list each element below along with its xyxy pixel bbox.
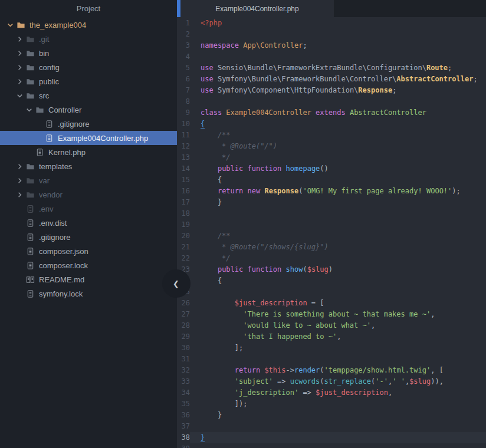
line-number[interactable]: 10 bbox=[177, 118, 190, 130]
tree-item[interactable]: the_example004 bbox=[0, 18, 177, 32]
line-number[interactable]: 9 bbox=[177, 107, 190, 118]
line-number[interactable]: 36 bbox=[177, 410, 190, 421]
tree-item[interactable]: .gitignore bbox=[0, 230, 177, 244]
line-number[interactable]: 12 bbox=[177, 141, 190, 152]
chevron-down-icon[interactable] bbox=[15, 91, 26, 100]
line-number[interactable]: 35 bbox=[177, 398, 190, 410]
code-line[interactable]: 27 'There is something about ~ that make… bbox=[177, 309, 486, 320]
code-line[interactable]: 13 */ bbox=[177, 152, 486, 163]
code-line[interactable]: 21 * @Route("/shows/{slug}") bbox=[177, 242, 486, 253]
code-line[interactable]: 18 bbox=[177, 208, 486, 219]
tree-item[interactable]: .env bbox=[0, 202, 177, 216]
tree-item[interactable]: src bbox=[0, 88, 177, 103]
line-number[interactable]: 27 bbox=[177, 309, 190, 320]
code-line[interactable]: 9class Example004Controller extends Abst… bbox=[177, 107, 486, 118]
line-number[interactable]: 3 bbox=[177, 40, 190, 51]
line-number[interactable]: 28 bbox=[177, 320, 190, 331]
tree-item[interactable]: Kernel.php bbox=[0, 145, 177, 159]
line-number[interactable]: 5 bbox=[177, 62, 190, 74]
code-line[interactable]: 1<?php bbox=[177, 18, 486, 29]
code-line[interactable]: 11 /** bbox=[177, 130, 486, 141]
code-line[interactable]: 35 ]); bbox=[177, 398, 486, 410]
line-number[interactable]: 1 bbox=[177, 18, 190, 29]
line-number[interactable]: 22 bbox=[177, 253, 190, 264]
chevron-right-icon[interactable] bbox=[15, 63, 26, 72]
code-line[interactable]: 28 'would like to ~ about what ~', bbox=[177, 320, 486, 331]
tree-item[interactable]: config bbox=[0, 60, 177, 74]
code-line[interactable]: 7use Symfony\Component\HttpFoundation\Re… bbox=[177, 85, 486, 96]
chevron-right-icon[interactable] bbox=[15, 77, 26, 86]
line-number[interactable]: 26 bbox=[177, 298, 190, 309]
code-line[interactable]: 19 bbox=[177, 219, 486, 230]
code-line[interactable]: 14 public function homepage() bbox=[177, 163, 486, 174]
line-number[interactable]: 29 bbox=[177, 331, 190, 342]
line-number[interactable]: 6 bbox=[177, 74, 190, 85]
code-line[interactable]: 31 bbox=[177, 354, 486, 365]
code-area[interactable]: 1<?php23namespace App\Controller;45use S… bbox=[177, 17, 486, 448]
code-line[interactable]: 38} bbox=[177, 432, 486, 443]
chevron-down-icon[interactable] bbox=[6, 21, 17, 29]
panel-title[interactable]: Project bbox=[0, 0, 177, 17]
code-line[interactable]: 16 return new Response('OMG! My first pa… bbox=[177, 186, 486, 197]
code-line[interactable]: 4 bbox=[177, 51, 486, 62]
line-number[interactable]: 33 bbox=[177, 376, 190, 387]
tree-item[interactable]: README.md bbox=[0, 272, 177, 286]
code-line[interactable]: 33 'subject' => ucwords(str_replace('-',… bbox=[177, 376, 486, 387]
code-line[interactable]: 22 */ bbox=[177, 253, 486, 264]
line-number[interactable]: 38 bbox=[177, 432, 190, 443]
line-number[interactable]: 30 bbox=[177, 342, 190, 354]
line-number[interactable]: 21 bbox=[177, 242, 190, 253]
code-line[interactable]: 10{ bbox=[177, 118, 486, 130]
line-number[interactable]: 37 bbox=[177, 421, 190, 432]
tree-item[interactable]: Controller bbox=[0, 103, 177, 117]
code-line[interactable]: 25 bbox=[177, 286, 486, 298]
code-line[interactable]: 20 /** bbox=[177, 230, 486, 242]
chevron-right-icon[interactable] bbox=[15, 190, 26, 199]
code-line[interactable]: 12 * @Route("/") bbox=[177, 141, 486, 152]
line-number[interactable]: 31 bbox=[177, 354, 190, 365]
code-line[interactable]: 15 { bbox=[177, 174, 486, 186]
line-number[interactable]: 2 bbox=[177, 29, 190, 40]
code-line[interactable]: 29 'that I happened to ~', bbox=[177, 331, 486, 342]
tree-item[interactable]: .env.dist bbox=[0, 216, 177, 230]
code-line[interactable]: 36 } bbox=[177, 410, 486, 421]
line-number[interactable]: 15 bbox=[177, 174, 190, 186]
code-line[interactable]: 6use Symfony\Bundle\FrameworkBundle\Cont… bbox=[177, 74, 486, 85]
chevron-right-icon[interactable] bbox=[15, 176, 26, 185]
code-line[interactable]: 32 return $this->render('temppage/show.h… bbox=[177, 365, 486, 376]
tree-item[interactable]: .gitignore bbox=[0, 117, 177, 131]
tree-item[interactable]: bin bbox=[0, 46, 177, 60]
line-number[interactable]: 11 bbox=[177, 130, 190, 141]
tree-item[interactable]: public bbox=[0, 74, 177, 88]
chevron-right-icon[interactable] bbox=[15, 49, 26, 58]
code-line[interactable]: 30 ]; bbox=[177, 342, 486, 354]
line-number[interactable]: 8 bbox=[177, 96, 190, 107]
tree-item[interactable]: composer.lock bbox=[0, 258, 177, 272]
line-number[interactable]: 20 bbox=[177, 230, 190, 242]
line-number[interactable]: 17 bbox=[177, 197, 190, 208]
line-number[interactable]: 39 bbox=[177, 443, 190, 448]
line-number[interactable]: 34 bbox=[177, 387, 190, 398]
line-number[interactable]: 14 bbox=[177, 163, 190, 174]
tree-item[interactable]: templates bbox=[0, 159, 177, 173]
code-line[interactable]: 39 bbox=[177, 443, 486, 448]
code-line[interactable]: 3namespace App\Controller; bbox=[177, 40, 486, 51]
chevron-right-icon[interactable] bbox=[15, 35, 26, 44]
code-line[interactable]: 2 bbox=[177, 29, 486, 40]
tree-item[interactable]: .git bbox=[0, 32, 177, 46]
line-number[interactable]: 18 bbox=[177, 208, 190, 219]
collapse-sidebar-button[interactable]: ❮ bbox=[162, 269, 191, 298]
tree-item[interactable]: composer.json bbox=[0, 244, 177, 258]
code-line[interactable]: 17 } bbox=[177, 197, 486, 208]
code-line[interactable]: 24 { bbox=[177, 275, 486, 286]
code-line[interactable]: 37 bbox=[177, 421, 486, 432]
tree-item[interactable]: Example004Controller.php bbox=[0, 131, 177, 145]
code-line[interactable]: 5use Sensio\Bundle\FrameworkExtraBundle\… bbox=[177, 62, 486, 74]
chevron-down-icon[interactable] bbox=[25, 106, 35, 114]
tree-item[interactable]: symfony.lock bbox=[0, 286, 177, 301]
tree-item[interactable]: vendor bbox=[0, 187, 177, 202]
line-number[interactable]: 7 bbox=[177, 85, 190, 96]
line-number[interactable]: 19 bbox=[177, 219, 190, 230]
line-number[interactable]: 13 bbox=[177, 152, 190, 163]
line-number[interactable]: 4 bbox=[177, 51, 190, 62]
